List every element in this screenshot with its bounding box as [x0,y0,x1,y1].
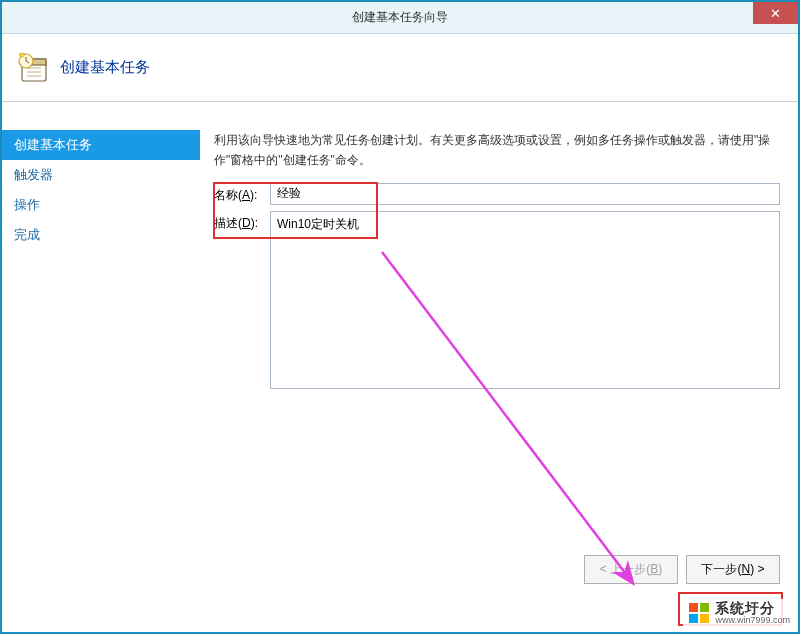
wizard-footer: < 上一步(B) 下一步(N) > [584,555,780,584]
sidebar-step-create[interactable]: 创建基本任务 [2,130,200,160]
sidebar-item-label: 触发器 [14,167,53,182]
watermark: 系统圩分 www.win7999.com [683,599,794,628]
wizard-title: 创建基本任务 [60,58,150,77]
sidebar-item-label: 完成 [14,227,40,242]
svg-rect-10 [700,603,709,612]
window-title: 创建基本任务向导 [2,9,798,26]
windows-logo-icon [687,601,711,625]
title-bar: 创建基本任务向导 ✕ [2,2,798,34]
name-label: 名称(A): [214,183,270,204]
back-button: < 上一步(B) [584,555,678,584]
next-button[interactable]: 下一步(N) > [686,555,780,584]
svg-rect-12 [700,614,709,623]
sidebar-step-finish[interactable]: 完成 [2,220,200,250]
calendar-clock-icon [16,51,50,85]
name-field-row: 名称(A): [214,183,780,205]
watermark-url: www.win7999.com [715,616,790,626]
close-button[interactable]: ✕ [753,2,798,24]
wizard-sidebar: 创建基本任务 触发器 操作 完成 [2,102,200,594]
description-textarea[interactable] [270,211,780,389]
svg-rect-11 [689,614,698,623]
intro-text: 利用该向导快速地为常见任务创建计划。有关更多高级选项或设置，例如多任务操作或触发… [214,130,780,171]
sidebar-step-trigger[interactable]: 触发器 [2,160,200,190]
sidebar-step-action[interactable]: 操作 [2,190,200,220]
name-input[interactable] [270,183,780,205]
description-field-row: 描述(D): [214,211,780,389]
wizard-content: 创建基本任务 触发器 操作 完成 利用该向导快速地为常见任务创建计划。有关更多高… [2,102,798,594]
wizard-main: 利用该向导快速地为常见任务创建计划。有关更多高级选项或设置，例如多任务操作或触发… [200,102,798,594]
watermark-text: 系统圩分 [715,601,775,616]
sidebar-item-label: 创建基本任务 [14,137,92,152]
sidebar-item-label: 操作 [14,197,40,212]
close-icon: ✕ [770,6,781,21]
wizard-header: 创建基本任务 [2,34,798,102]
svg-rect-9 [689,603,698,612]
description-label: 描述(D): [214,211,270,232]
